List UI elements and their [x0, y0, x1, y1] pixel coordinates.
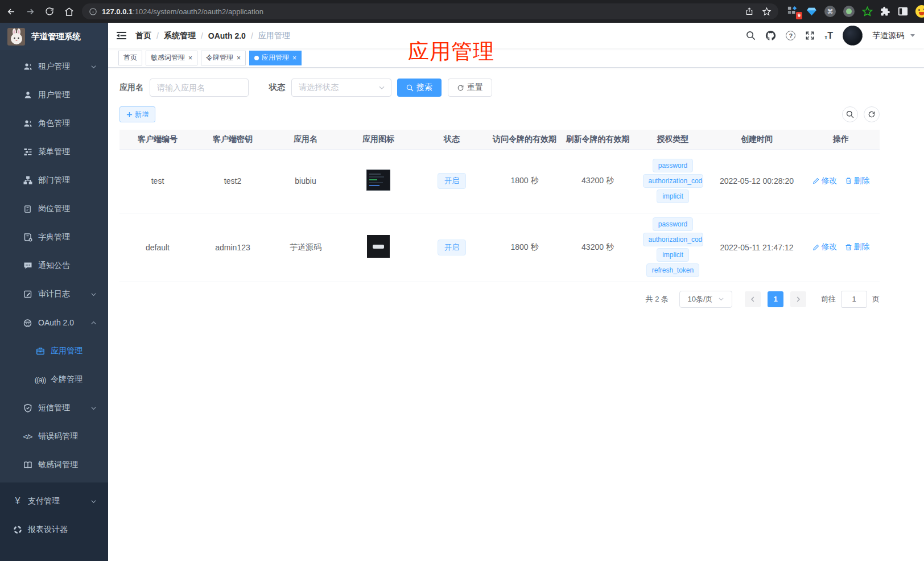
edit-button[interactable]: 修改 — [812, 176, 838, 186]
sidebar-item-label: 错误码管理 — [38, 431, 78, 442]
logo-image — [7, 28, 25, 46]
sidebar-item-notice[interactable]: 通知公告 — [0, 251, 108, 280]
goto-page-input[interactable] — [841, 291, 867, 308]
extension-gem-icon[interactable] — [806, 6, 817, 16]
shield-icon — [23, 403, 32, 413]
trash-icon — [845, 177, 852, 184]
robot-icon — [23, 318, 32, 328]
sidebar-item-tenant[interactable]: 租户管理 — [0, 52, 108, 81]
home-icon[interactable] — [60, 3, 77, 20]
next-page-button[interactable] — [790, 291, 806, 307]
breadcrumb-system[interactable]: 系统管理 — [164, 31, 196, 41]
sidebar-item-dept[interactable]: 部门管理 — [0, 166, 108, 195]
sidebar-item-pay[interactable]: ¥ 支付管理 — [0, 487, 108, 515]
sidebar-item-menu[interactable]: 菜单管理 — [0, 138, 108, 166]
site-info-icon[interactable] — [89, 7, 97, 16]
refresh-table-button[interactable] — [864, 106, 880, 122]
sidebar-item-post[interactable]: 岗位管理 — [0, 195, 108, 223]
prev-page-button[interactable] — [745, 291, 761, 307]
search-button[interactable]: 搜索 — [397, 79, 442, 97]
extensions-area: 9 ⌘ — [787, 5, 924, 18]
font-size-icon[interactable]: тT — [824, 31, 833, 40]
close-icon[interactable]: × — [188, 55, 192, 61]
header-search-icon[interactable] — [746, 31, 756, 40]
sidebar-item-dict[interactable]: 字典管理 — [0, 223, 108, 251]
delete-button[interactable]: 删除 — [845, 176, 870, 186]
sidebar-item-sms[interactable]: 短信管理 — [0, 394, 108, 422]
reload-icon[interactable] — [41, 3, 58, 20]
reset-button[interactable]: 重置 — [448, 79, 492, 97]
sidebar-item-errcode[interactable]: </> 错误码管理 — [0, 422, 108, 451]
app-name-input[interactable] — [150, 79, 249, 97]
breadcrumb: 首页 / 系统管理 / OAuth 2.0 / 应用管理 — [135, 31, 290, 41]
extension-star-icon[interactable] — [862, 6, 873, 17]
user-caret-down-icon[interactable] — [910, 34, 915, 37]
extension-command-icon[interactable]: ⌘ — [824, 6, 836, 17]
yen-icon: ¥ — [13, 497, 22, 506]
add-button[interactable]: 新增 — [119, 106, 155, 122]
screen: 127.0.0.1:1024/system/oauth2/oauth2/appl… — [0, 0, 924, 561]
share-icon[interactable] — [745, 7, 754, 16]
sidebar-item-oauth2-application[interactable]: 应用管理 — [0, 337, 108, 365]
app-logo[interactable]: 芋道管理系统 — [0, 23, 108, 50]
extension-recorder-icon[interactable] — [843, 6, 855, 17]
user-icon — [23, 90, 32, 100]
sidebar-item-label: 部门管理 — [38, 175, 70, 185]
close-icon[interactable]: × — [292, 55, 296, 61]
main-content: 应用名 状态 请选择状态 搜索 重置 新增 — [108, 68, 924, 561]
sidebar-item-report-designer[interactable]: 报表设计器 — [0, 515, 108, 544]
grant-tag: authorization_code — [643, 174, 703, 188]
goto-suffix: 页 — [872, 294, 880, 304]
page-number-current[interactable]: 1 — [768, 291, 783, 307]
status-badge: 开启 — [438, 173, 466, 189]
profile-avatar-icon[interactable] — [915, 5, 924, 18]
fullscreen-icon[interactable] — [805, 31, 815, 40]
sidebar-item-label: 通知公告 — [38, 261, 70, 271]
back-icon[interactable] — [2, 3, 19, 20]
sidebar-item-audit-log[interactable]: 审计日志 — [0, 280, 108, 308]
status-select[interactable]: 请选择状态 — [291, 79, 391, 97]
grant-tag: password — [653, 217, 693, 231]
split-screen-icon[interactable] — [898, 6, 908, 16]
sidebar-item-label: 令牌管理 — [51, 374, 82, 385]
tab-sensitive-word[interactable]: 敏感词管理× — [146, 51, 197, 65]
username[interactable]: 芋道源码 — [872, 31, 904, 41]
url-text: 127.0.0.1:1024/system/oauth2/oauth2/appl… — [102, 7, 739, 16]
sidebar-item-oauth2[interactable]: OAuth 2.0 — [0, 308, 108, 337]
sidebar-item-label: 菜单管理 — [38, 147, 70, 157]
show-search-button[interactable] — [842, 106, 858, 122]
sidebar-item-label: OAuth 2.0 — [38, 318, 74, 327]
close-icon[interactable]: × — [237, 55, 241, 61]
breadcrumb-home[interactable]: 首页 — [135, 31, 151, 41]
chevron-down-icon — [90, 405, 97, 411]
sidebar-item-role[interactable]: 角色管理 — [0, 109, 108, 138]
sidebar-item-label: 租户管理 — [38, 61, 70, 72]
sidebar-item-sensitive-word[interactable]: 敏感词管理 — [0, 451, 108, 479]
extension-grid-icon[interactable]: 9 — [787, 6, 799, 17]
collapse-sidebar-icon[interactable] — [108, 23, 135, 48]
plus-icon — [126, 112, 133, 118]
sidebar-item-oauth2-token[interactable]: ((a)) 令牌管理 — [0, 365, 108, 394]
edit-button[interactable]: 修改 — [812, 242, 838, 252]
delete-button[interactable]: 删除 — [845, 242, 870, 252]
extension-badge: 9 — [796, 12, 802, 19]
help-icon[interactable] — [786, 31, 795, 40]
github-icon[interactable] — [765, 30, 776, 41]
page-size-select[interactable]: 10条/页 — [679, 291, 732, 308]
tab-application[interactable]: 应用管理× — [249, 51, 302, 65]
forward-icon[interactable] — [22, 3, 39, 20]
user-avatar[interactable] — [843, 26, 863, 46]
tab-token[interactable]: 令牌管理× — [201, 51, 246, 65]
report-designer-icon — [13, 525, 22, 535]
tab-home[interactable]: 首页 — [118, 51, 142, 65]
breadcrumb-oauth[interactable]: OAuth 2.0 — [208, 31, 246, 40]
col-refresh-token-ttl: 刷新令牌的有效期 — [561, 130, 634, 149]
top-navbar: 首页 / 系统管理 / OAuth 2.0 / 应用管理 тT 芋道源码 — [108, 23, 924, 48]
grant-tag: refresh_token — [646, 263, 699, 277]
bookmark-star-icon[interactable] — [762, 7, 772, 16]
audit-log-icon — [23, 290, 32, 299]
extensions-puzzle-icon[interactable] — [880, 6, 890, 16]
sidebar-item-user[interactable]: 用户管理 — [0, 81, 108, 109]
trash-icon — [845, 244, 852, 251]
address-bar[interactable]: 127.0.0.1:1024/system/oauth2/oauth2/appl… — [82, 3, 778, 19]
